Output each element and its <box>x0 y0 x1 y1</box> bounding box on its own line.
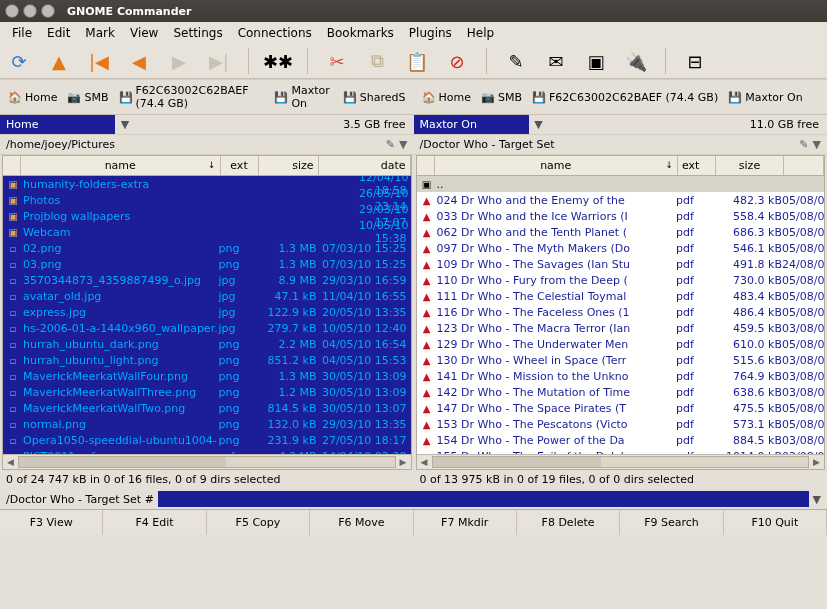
remote-icon[interactable]: 🔌 <box>623 48 649 74</box>
file-row[interactable]: ▫avatar_old.jpgjpg47.1 kB11/04/10 16:55 <box>3 288 411 304</box>
file-row[interactable]: ▫normal.pngpng132.0 kB29/03/10 13:35 <box>3 416 411 432</box>
chevron-down-icon[interactable]: ▼ <box>813 493 821 506</box>
col-date[interactable] <box>784 156 824 175</box>
menu-help[interactable]: Help <box>461 24 500 42</box>
col-icon[interactable] <box>3 156 21 175</box>
file-row[interactable]: ▲154 Dr Who - The Power of the Dapdf884.… <box>417 432 825 448</box>
copy-icon[interactable]: ⧉ <box>364 48 390 74</box>
right-device-label[interactable]: Maxtor On <box>414 115 529 134</box>
delete-icon[interactable]: ⊘ <box>444 48 470 74</box>
menu-mark[interactable]: Mark <box>79 24 121 42</box>
location-smb[interactable]: 📷SMB <box>64 90 111 105</box>
file-row[interactable]: ▲142 Dr Who - The Mutation of Timepdf638… <box>417 384 825 400</box>
right-path[interactable]: /Doctor Who - Target Set ✎▼ <box>414 134 828 155</box>
menu-file[interactable]: File <box>6 24 38 42</box>
file-row[interactable]: ▫hurrah_ubuntu_light.pngpng851.2 kB04/05… <box>3 352 411 368</box>
file-row[interactable]: ▫hs-2006-01-a-1440x960_wallpaper.jpg279.… <box>3 320 411 336</box>
file-row[interactable]: ▫MaverickMeerkatWallThree.pngpng1.2 MB30… <box>3 384 411 400</box>
edit-icon[interactable]: ✎ <box>503 48 529 74</box>
file-row[interactable]: ▲147 Dr Who - The Space Pirates (Tpdf475… <box>417 400 825 416</box>
history-icon[interactable]: ✎ <box>799 138 808 151</box>
file-row[interactable]: ▲062 Dr Who and the Tenth Planet (pdf686… <box>417 224 825 240</box>
window-min-icon[interactable] <box>23 4 37 18</box>
col-icon[interactable] <box>417 156 435 175</box>
location-maxtor-on[interactable]: 💾Maxtor On <box>725 90 805 105</box>
col-size[interactable]: size <box>259 156 319 175</box>
file-row[interactable]: ▫MaverickMeerkatWallFour.pngpng1.3 MB30/… <box>3 368 411 384</box>
back-icon[interactable]: ◀ <box>126 48 152 74</box>
file-row[interactable]: ▣.. <box>417 176 825 192</box>
terminal-icon[interactable]: ▣ <box>583 48 609 74</box>
fkey-f7[interactable]: F7 Mkdir <box>414 510 517 535</box>
up-icon[interactable]: ▲ <box>46 48 72 74</box>
file-row[interactable]: ▲116 Dr Who - The Faceless Ones (1pdf486… <box>417 304 825 320</box>
file-name: humanity-folders-extra <box>21 178 311 191</box>
file-row[interactable]: ▲130 Dr Who - Wheel in Space (Terrpdf515… <box>417 352 825 368</box>
fkey-f4[interactable]: F4 Edit <box>103 510 206 535</box>
col-date[interactable]: date <box>319 156 411 175</box>
chevron-down-icon[interactable]: ▼ <box>529 118 549 131</box>
menu-view[interactable]: View <box>124 24 164 42</box>
file-row[interactable]: ▲141 Dr Who - Mission to the Unknopdf764… <box>417 368 825 384</box>
location-shareds[interactable]: 💾SharedS <box>340 90 409 105</box>
location-home[interactable]: 🏠Home <box>5 90 60 105</box>
file-row[interactable]: ▲097 Dr Who - The Myth Makers (Dopdf546.… <box>417 240 825 256</box>
menu-plugins[interactable]: Plugins <box>403 24 458 42</box>
file-row[interactable]: ▫MaverickMeerkatWallTwo.pngpng814.5 kB30… <box>3 400 411 416</box>
paste-icon[interactable]: 📋 <box>404 48 430 74</box>
fkey-f9[interactable]: F9 Search <box>620 510 723 535</box>
right-hscroll[interactable]: ◀▶ <box>417 454 825 469</box>
menu-connections[interactable]: Connections <box>232 24 318 42</box>
col-name[interactable]: name↓ <box>435 156 679 175</box>
col-size[interactable]: size <box>716 156 784 175</box>
file-row[interactable]: ▲024 Dr Who and the Enemy of the pdf482.… <box>417 192 825 208</box>
menu-edit[interactable]: Edit <box>41 24 76 42</box>
col-ext[interactable]: ext <box>678 156 716 175</box>
file-row[interactable]: ▲109 Dr Who - The Savages (Ian Stupdf491… <box>417 256 825 272</box>
fkey-f3[interactable]: F3 View <box>0 510 103 535</box>
location-smb[interactable]: 📷SMB <box>478 90 525 105</box>
select-icon[interactable]: ✱✱ <box>265 48 291 74</box>
left-device-label[interactable]: Home <box>0 115 115 134</box>
chevron-down-icon[interactable]: ▼ <box>813 138 821 151</box>
fkey-f6[interactable]: F6 Move <box>310 510 413 535</box>
drive-icon[interactable]: ⊟ <box>682 48 708 74</box>
left-path[interactable]: /home/joey/Pictures ✎▼ <box>0 134 414 155</box>
file-row[interactable]: ▲129 Dr Who - The Underwater Menpdf610.0… <box>417 336 825 352</box>
file-row[interactable]: ▫3570344873_4359887499_o.jpgjpg8.9 MB29/… <box>3 272 411 288</box>
fkey-f5[interactable]: F5 Copy <box>207 510 310 535</box>
history-icon[interactable]: ✎ <box>386 138 395 151</box>
file-row[interactable]: ▫02.pngpng1.3 MB07/03/10 15:25 <box>3 240 411 256</box>
file-row[interactable]: ▲110 Dr Who - Fury from the Deep (pdf730… <box>417 272 825 288</box>
refresh-icon[interactable]: ⟳ <box>6 48 32 74</box>
file-row[interactable]: ▫hurrah_ubuntu_dark.pngpng2.2 MB04/05/10… <box>3 336 411 352</box>
file-row[interactable]: ▲111 Dr Who - The Celestial Toymalpdf483… <box>417 288 825 304</box>
file-row[interactable]: ▫Opera1050-speeddial-ubuntu1004-png231.9… <box>3 432 411 448</box>
pdf-icon: ▲ <box>423 227 431 238</box>
cut-icon[interactable]: ✂ <box>324 48 350 74</box>
fkey-f8[interactable]: F8 Delete <box>517 510 620 535</box>
location-maxtor-on[interactable]: 💾Maxtor On <box>271 83 335 111</box>
menu-bookmarks[interactable]: Bookmarks <box>321 24 400 42</box>
location-home[interactable]: 🏠Home <box>419 90 474 105</box>
file-row[interactable]: ▲033 Dr Who and the Ice Warriors (Ipdf55… <box>417 208 825 224</box>
fkey-f10[interactable]: F10 Quit <box>724 510 827 535</box>
first-icon[interactable]: |◀ <box>86 48 112 74</box>
window-max-icon[interactable] <box>41 4 55 18</box>
file-row[interactable]: ▲123 Dr Who - The Macra Terror (Ianpdf45… <box>417 320 825 336</box>
col-name[interactable]: name↓ <box>21 156 221 175</box>
location-f62c63002c62baef-74-4-gb-[interactable]: 💾F62C63002C62BAEF (74.4 GB) <box>116 83 268 111</box>
file-row[interactable]: ▲153 Dr Who - The Pescatons (Victopdf573… <box>417 416 825 432</box>
chevron-down-icon[interactable]: ▼ <box>399 138 407 151</box>
window-close-icon[interactable] <box>5 4 19 18</box>
left-hscroll[interactable]: ◀▶ <box>3 454 411 469</box>
mail-icon[interactable]: ✉ <box>543 48 569 74</box>
file-row[interactable]: ▣Webcam10/05/10 15:38 <box>3 224 411 240</box>
file-row[interactable]: ▫express.jpgjpg122.9 kB20/05/10 13:35 <box>3 304 411 320</box>
location-f62c63002c62baef-74-4-gb-[interactable]: 💾F62C63002C62BAEF (74.4 GB) <box>529 90 721 105</box>
col-ext[interactable]: ext <box>221 156 259 175</box>
command-input[interactable] <box>158 491 809 507</box>
menu-settings[interactable]: Settings <box>167 24 228 42</box>
chevron-down-icon[interactable]: ▼ <box>115 118 135 131</box>
file-row[interactable]: ▫03.pngpng1.3 MB07/03/10 15:25 <box>3 256 411 272</box>
